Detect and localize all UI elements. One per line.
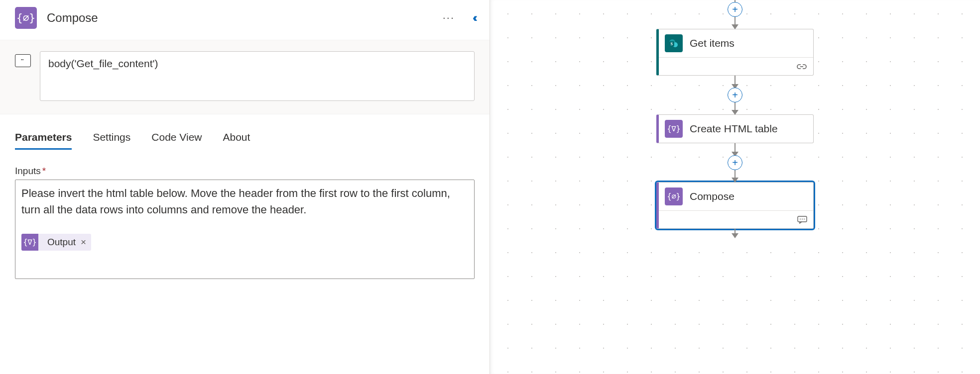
comment-icon[interactable] — [797, 216, 807, 224]
node-get-items[interactable]: S Get items — [656, 29, 814, 76]
node-title: Create HTML table — [690, 123, 778, 135]
token-label: Output — [47, 235, 76, 250]
tab-code-view[interactable]: Code View — [151, 131, 202, 150]
inputs-textarea[interactable]: Please invert the html table below. Move… — [15, 180, 475, 279]
svg-point-8 — [802, 218, 803, 219]
node-footer — [659, 210, 813, 228]
expression-section: •• body('Get_file_content') — [0, 40, 490, 114]
details-panel: {∅} Compose ··· ‹‹ •• body('Get_file_con… — [0, 0, 490, 374]
svg-text:••: •• — [21, 58, 24, 62]
flow-column: + S Get items + {∇} Create HTML table — [655, 0, 815, 238]
inputs-text: Please invert the html table below. Move… — [21, 187, 450, 216]
connector — [735, 229, 735, 238]
add-step-button[interactable]: + — [728, 155, 742, 170]
token-icon: {∇} — [21, 234, 38, 251]
add-step-button[interactable]: + — [728, 2, 742, 17]
link-icon[interactable] — [796, 63, 807, 70]
inputs-label: Inputs* — [15, 166, 475, 177]
tab-about[interactable]: About — [223, 131, 250, 150]
more-icon[interactable]: ··· — [443, 12, 455, 23]
expression-input[interactable]: body('Get_file_content') — [40, 51, 475, 101]
svg-point-9 — [804, 218, 805, 219]
header-actions: ··· ‹‹ — [443, 11, 475, 25]
node-title: Compose — [690, 190, 735, 202]
connector — [735, 143, 735, 156]
tabs: Parameters Settings Code View About — [0, 114, 490, 150]
comment-icon[interactable]: •• — [15, 54, 31, 67]
panel-title: Compose — [47, 11, 433, 25]
output-token[interactable]: {∇} Output × — [21, 234, 91, 251]
connector — [735, 169, 735, 182]
svg-text:S: S — [671, 42, 673, 46]
connector — [735, 101, 735, 114]
data-operation-icon: {∅} — [665, 187, 683, 205]
data-operation-icon: {∇} — [665, 120, 683, 138]
connector — [735, 76, 735, 89]
tab-settings[interactable]: Settings — [93, 131, 130, 150]
node-title: Get items — [690, 37, 735, 49]
flow-canvas[interactable]: + S Get items + {∇} Create HTML table — [490, 0, 980, 374]
node-compose[interactable]: {∅} Compose — [656, 182, 814, 229]
node-create-html-table[interactable]: {∇} Create HTML table — [656, 114, 814, 143]
sharepoint-icon: S — [665, 34, 683, 52]
svg-point-7 — [800, 218, 801, 219]
node-footer — [659, 57, 813, 75]
required-indicator: * — [42, 166, 46, 176]
inputs-label-text: Inputs — [15, 166, 41, 176]
panel-header: {∅} Compose ··· ‹‹ — [0, 0, 490, 40]
tab-parameters[interactable]: Parameters — [15, 131, 72, 150]
connector — [735, 16, 735, 29]
token-remove-icon[interactable]: × — [81, 235, 86, 250]
add-step-button[interactable]: + — [728, 88, 742, 102]
inputs-field: Inputs* Please invert the html table bel… — [0, 150, 490, 279]
compose-icon: {∅} — [15, 7, 37, 29]
collapse-panel-button[interactable]: ‹‹ — [473, 11, 475, 25]
